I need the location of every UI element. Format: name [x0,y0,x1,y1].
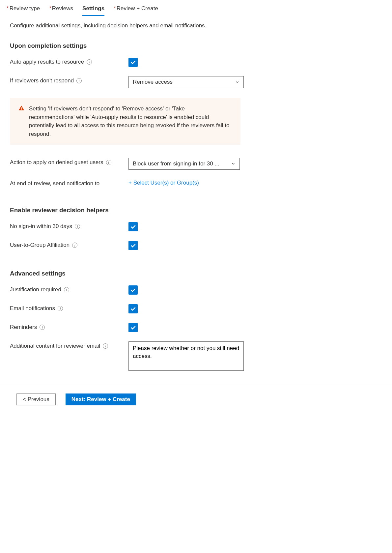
warning-icon [18,105,24,111]
tab-settings[interactable]: Settings [82,3,104,15]
info-icon[interactable]: i [75,224,80,229]
check-icon [130,223,136,230]
email-notif-checkbox[interactable] [128,304,138,313]
page-description: Configure additional settings, including… [10,22,382,29]
check-icon [130,306,136,312]
justification-checkbox[interactable] [128,285,138,295]
justification-label: Justification required i [10,285,128,293]
reminders-checkbox[interactable] [128,323,138,332]
info-icon[interactable]: i [106,160,111,165]
next-button[interactable]: Next: Review + Create [66,393,136,405]
tab-review-create[interactable]: *Review + Create [114,3,158,15]
check-icon [130,324,136,331]
section-title-advanced: Advanced settings [10,270,382,277]
additional-content-input[interactable] [128,341,244,371]
affiliation-checkbox[interactable] [128,241,138,250]
tab-reviews[interactable]: *Reviews [49,3,73,15]
info-icon[interactable]: i [76,78,82,83]
info-icon[interactable]: i [87,59,92,65]
reminders-label: Reminders i [10,323,128,331]
denied-guest-dropdown[interactable]: Block user from signing-in for 30 ... [128,158,240,170]
section-title-helpers: Enable reviewer decision helpers [10,207,382,214]
info-icon[interactable]: i [40,325,45,330]
select-users-link[interactable]: + Select User(s) or Group(s) [128,179,199,186]
warning-text: Setting 'If reviewers don't respond' to … [29,104,232,138]
section-title-completion: Upon completion settings [10,42,382,49]
tab-review-type[interactable]: *Review type [7,3,40,15]
denied-guest-label: Action to apply on denied guest users i [10,158,128,166]
previous-button[interactable]: < Previous [16,393,56,405]
if-no-respond-label: If reviewers don't respond i [10,76,128,84]
no-signin-checkbox[interactable] [128,222,138,231]
no-signin-label: No sign-in within 30 days i [10,222,128,230]
tabs-bar: *Review type *Reviews Settings *Review +… [7,3,382,15]
additional-content-label: Additional content for reviewer email i [10,341,128,349]
check-icon [130,242,136,249]
info-icon[interactable]: i [103,343,108,349]
chevron-down-icon [231,161,236,166]
warning-box: Setting 'If reviewers don't respond' to … [10,98,240,145]
check-icon [130,287,136,293]
check-icon [130,59,136,66]
info-icon[interactable]: i [72,243,77,248]
footer-bar: < Previous Next: Review + Create [0,384,392,415]
chevron-down-icon [235,80,239,84]
if-no-respond-dropdown[interactable]: Remove access [128,76,244,88]
info-icon[interactable]: i [64,287,69,292]
auto-apply-label: Auto apply results to resource i [10,57,128,65]
affiliation-label: User-to-Group Affiliation i [10,241,128,248]
svg-rect-0 [21,107,22,109]
email-notif-label: Email notifications i [10,304,128,312]
auto-apply-checkbox[interactable] [128,58,138,67]
svg-rect-1 [21,109,22,110]
notify-label: At end of review, send notification to [10,179,128,187]
info-icon[interactable]: i [58,306,63,311]
